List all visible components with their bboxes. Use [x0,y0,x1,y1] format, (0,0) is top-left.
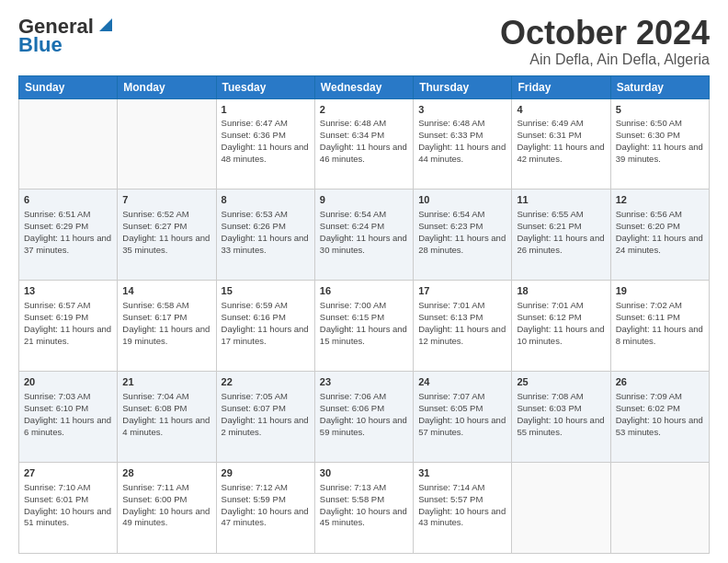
sunrise-text: Sunrise: 7:06 AM [320,391,408,403]
calendar-day-cell: 26Sunrise: 7:09 AMSunset: 6:02 PMDayligh… [610,372,709,463]
calendar-table: SundayMondayTuesdayWednesdayThursdayFrid… [18,75,710,554]
day-number: 19 [616,284,704,298]
sunrise-text: Sunrise: 7:09 AM [616,391,704,403]
sunrise-text: Sunrise: 6:49 AM [517,118,605,130]
svg-marker-0 [99,18,112,31]
sunset-text: Sunset: 6:33 PM [418,130,506,142]
sunrise-text: Sunrise: 7:10 AM [24,482,112,494]
daylight-text: Daylight: 11 hours and 33 minutes. [222,233,310,257]
sunrise-text: Sunrise: 6:53 AM [222,209,310,221]
sunset-text: Sunset: 6:00 PM [122,494,210,506]
sunset-text: Sunset: 6:36 PM [222,130,310,142]
day-number: 28 [122,466,210,480]
calendar-day-cell: 22Sunrise: 7:05 AMSunset: 6:07 PMDayligh… [216,372,314,463]
calendar-day-cell: 6Sunrise: 6:51 AMSunset: 6:29 PMDaylight… [19,190,118,281]
col-header-friday: Friday [512,75,610,98]
day-info: Sunrise: 7:02 AMSunset: 6:11 PMDaylight:… [616,300,704,347]
daylight-text: Daylight: 11 hours and 48 minutes. [222,142,310,166]
sunrise-text: Sunrise: 7:12 AM [222,482,310,494]
day-info: Sunrise: 6:51 AMSunset: 6:29 PMDaylight:… [24,209,112,256]
daylight-text: Daylight: 11 hours and 6 minutes. [24,415,112,439]
calendar-day-cell: 27Sunrise: 7:10 AMSunset: 6:01 PMDayligh… [19,463,118,554]
page: General Blue October 2024 Ain Defla, Ain… [0,0,728,563]
sunset-text: Sunset: 6:27 PM [122,221,210,233]
sunset-text: Sunset: 6:15 PM [320,312,408,324]
day-number: 22 [222,375,310,389]
sunset-text: Sunset: 6:03 PM [517,403,605,415]
daylight-text: Daylight: 11 hours and 46 minutes. [320,142,408,166]
sunset-text: Sunset: 6:08 PM [122,403,210,415]
sunset-text: Sunset: 6:10 PM [24,403,112,415]
sunrise-text: Sunrise: 7:04 AM [122,391,210,403]
calendar-week-row: 1Sunrise: 6:47 AMSunset: 6:36 PMDaylight… [19,98,710,190]
calendar-day-cell: 13Sunrise: 6:57 AMSunset: 6:19 PMDayligh… [19,281,118,372]
sunrise-text: Sunrise: 6:47 AM [222,118,310,130]
daylight-text: Daylight: 11 hours and 28 minutes. [418,233,506,257]
calendar-day-cell: 12Sunrise: 6:56 AMSunset: 6:20 PMDayligh… [610,190,709,281]
sunset-text: Sunset: 6:11 PM [616,312,704,324]
day-number: 7 [122,193,210,207]
day-info: Sunrise: 7:09 AMSunset: 6:02 PMDaylight:… [616,391,704,438]
day-info: Sunrise: 6:57 AMSunset: 6:19 PMDaylight:… [24,300,112,347]
calendar-day-cell: 23Sunrise: 7:06 AMSunset: 6:06 PMDayligh… [314,372,413,463]
day-number: 26 [616,375,704,389]
sunrise-text: Sunrise: 7:00 AM [320,300,408,312]
daylight-text: Daylight: 11 hours and 24 minutes. [616,233,704,257]
sunset-text: Sunset: 6:20 PM [616,221,704,233]
day-number: 18 [517,284,605,298]
calendar-day-cell: 1Sunrise: 6:47 AMSunset: 6:36 PMDaylight… [216,98,314,190]
day-number: 2 [320,103,408,117]
day-info: Sunrise: 6:49 AMSunset: 6:31 PMDaylight:… [517,118,605,165]
calendar-day-cell [118,98,216,190]
sunset-text: Sunset: 6:17 PM [122,312,210,324]
day-info: Sunrise: 7:12 AMSunset: 5:59 PMDaylight:… [222,482,310,529]
day-number: 31 [418,466,506,480]
calendar-day-cell [610,463,709,554]
calendar-day-cell: 8Sunrise: 6:53 AMSunset: 6:26 PMDaylight… [216,190,314,281]
sunrise-text: Sunrise: 6:54 AM [418,209,506,221]
calendar-day-cell: 31Sunrise: 7:14 AMSunset: 5:57 PMDayligh… [414,463,512,554]
day-info: Sunrise: 6:50 AMSunset: 6:30 PMDaylight:… [616,118,704,165]
calendar-day-cell: 25Sunrise: 7:08 AMSunset: 6:03 PMDayligh… [512,372,610,463]
daylight-text: Daylight: 11 hours and 15 minutes. [320,324,408,348]
daylight-text: Daylight: 11 hours and 4 minutes. [122,415,210,439]
sunset-text: Sunset: 6:23 PM [418,221,506,233]
sunset-text: Sunset: 6:13 PM [418,312,506,324]
daylight-text: Daylight: 11 hours and 30 minutes. [320,233,408,257]
sunset-text: Sunset: 6:19 PM [24,312,112,324]
daylight-text: Daylight: 11 hours and 19 minutes. [122,324,210,348]
sunrise-text: Sunrise: 7:05 AM [222,391,310,403]
day-info: Sunrise: 6:48 AMSunset: 6:33 PMDaylight:… [418,118,506,165]
col-header-sunday: Sunday [19,75,118,98]
calendar-day-cell: 24Sunrise: 7:07 AMSunset: 6:05 PMDayligh… [414,372,512,463]
day-number: 29 [222,466,310,480]
day-number: 21 [122,375,210,389]
sunrise-text: Sunrise: 6:57 AM [24,300,112,312]
day-number: 5 [616,103,704,117]
daylight-text: Daylight: 11 hours and 42 minutes. [517,142,605,166]
title-block: October 2024 Ain Defla, Ain Defla, Alger… [500,15,710,68]
sunset-text: Sunset: 5:58 PM [320,494,408,506]
sunset-text: Sunset: 6:30 PM [616,130,704,142]
day-number: 3 [418,103,506,117]
sunrise-text: Sunrise: 6:48 AM [320,118,408,130]
daylight-text: Daylight: 11 hours and 26 minutes. [517,233,605,257]
sunset-text: Sunset: 6:01 PM [24,494,112,506]
sunrise-text: Sunrise: 6:58 AM [122,300,210,312]
col-header-tuesday: Tuesday [216,75,314,98]
day-info: Sunrise: 7:01 AMSunset: 6:13 PMDaylight:… [418,300,506,347]
sunrise-text: Sunrise: 7:13 AM [320,482,408,494]
sunset-text: Sunset: 6:07 PM [222,403,310,415]
col-header-monday: Monday [118,75,216,98]
day-number: 20 [24,375,112,389]
day-info: Sunrise: 7:05 AMSunset: 6:07 PMDaylight:… [222,391,310,438]
daylight-text: Daylight: 11 hours and 39 minutes. [616,142,704,166]
day-info: Sunrise: 6:47 AMSunset: 6:36 PMDaylight:… [222,118,310,165]
day-number: 23 [320,375,408,389]
day-number: 14 [122,284,210,298]
daylight-text: Daylight: 11 hours and 10 minutes. [517,324,605,348]
col-header-thursday: Thursday [414,75,512,98]
sunset-text: Sunset: 6:29 PM [24,221,112,233]
day-info: Sunrise: 6:55 AMSunset: 6:21 PMDaylight:… [517,209,605,256]
daylight-text: Daylight: 11 hours and 35 minutes. [122,233,210,257]
